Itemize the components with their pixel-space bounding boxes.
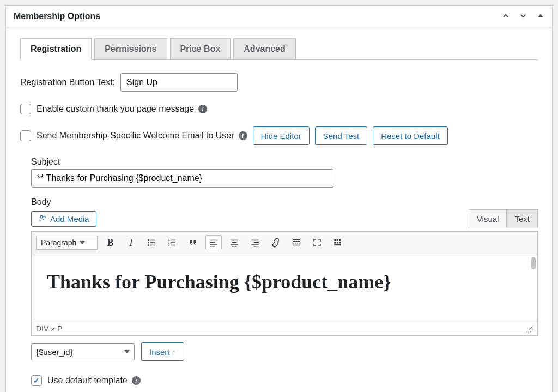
svg-rect-21 (252, 240, 259, 241)
svg-rect-14 (210, 242, 215, 243)
svg-rect-30 (339, 239, 341, 241)
editor-header-row: Add Media Visual Text (31, 209, 538, 228)
editor-path-bar: DIV » P (31, 322, 538, 336)
hide-editor-button[interactable]: Hide Editor (253, 126, 310, 145)
editor-tab-visual[interactable]: Visual (469, 209, 507, 228)
subject-label: Subject (31, 157, 538, 167)
bold-button[interactable]: B (102, 235, 118, 250)
send-test-button[interactable]: Send Test (315, 126, 367, 145)
media-icon (38, 214, 47, 223)
svg-rect-13 (210, 240, 218, 241)
editor-heading-text: Thanks for Purchasing {$product_name} (47, 270, 522, 293)
editor-path-text[interactable]: DIV » P (36, 324, 62, 333)
svg-rect-12 (171, 245, 175, 246)
align-left-button[interactable] (205, 235, 222, 250)
svg-rect-29 (337, 239, 338, 241)
svg-rect-22 (254, 242, 259, 243)
editor-content[interactable]: Thanks for Purchasing {$product_name} (31, 254, 538, 322)
collapse-icon[interactable] (537, 12, 544, 21)
svg-rect-4 (150, 240, 155, 241)
svg-rect-32 (337, 242, 338, 244)
insert-variable-row: {$user_id} Insert ↑ (31, 342, 538, 361)
align-center-button[interactable] (226, 235, 242, 250)
info-icon[interactable]: i (198, 105, 207, 113)
svg-rect-5 (150, 242, 155, 243)
caret-down-icon (80, 241, 85, 244)
toolbar-toggle-button[interactable] (330, 235, 346, 250)
info-icon[interactable]: i (239, 131, 247, 140)
svg-rect-28 (335, 239, 336, 241)
body-label: Body (31, 197, 538, 207)
svg-rect-16 (210, 246, 215, 247)
svg-point-2 (148, 242, 150, 244)
svg-rect-19 (231, 244, 239, 245)
welcome-email-row: Send Membership-Specific Welcome Email t… (20, 126, 538, 145)
custom-thank-you-checkbox[interactable] (20, 104, 31, 114)
svg-rect-25 (293, 239, 301, 240)
svg-rect-31 (335, 242, 336, 244)
membership-options-panel: Membership Options Registration Permissi… (5, 5, 553, 392)
bullet-list-button[interactable] (143, 235, 160, 250)
welcome-email-label: Send Membership-Specific Welcome Email t… (37, 131, 247, 141)
custom-thank-you-label: Enable custom thank you page message i (37, 104, 207, 114)
add-media-button[interactable]: Add Media (31, 211, 96, 227)
subject-input[interactable] (31, 169, 333, 188)
welcome-email-checkbox[interactable] (20, 130, 31, 141)
tab-price-box[interactable]: Price Box (170, 38, 231, 60)
svg-point-0 (40, 216, 43, 218)
info-icon[interactable]: i (132, 376, 141, 385)
editor-scrollbar[interactable] (531, 257, 536, 318)
link-button[interactable] (268, 235, 284, 250)
subject-block: Subject (31, 157, 538, 188)
svg-text:3: 3 (168, 243, 170, 246)
use-default-template-label: Use default template i (47, 376, 141, 385)
insert-button[interactable]: Insert ↑ (141, 342, 184, 361)
chevron-down-icon[interactable] (519, 12, 527, 21)
svg-point-3 (148, 244, 150, 246)
panel-header: Membership Options (6, 6, 552, 27)
format-select[interactable]: Paragraph (36, 236, 98, 250)
svg-rect-18 (232, 242, 237, 243)
editor-mode-tabs: Visual Text (469, 209, 538, 228)
editor-tab-text[interactable]: Text (506, 209, 538, 228)
read-more-button[interactable] (288, 235, 305, 250)
reset-to-default-button[interactable]: Reset to Default (373, 126, 448, 145)
tab-permissions[interactable]: Permissions (94, 38, 167, 60)
align-right-button[interactable] (247, 235, 263, 250)
use-default-template-checkbox[interactable] (31, 375, 42, 386)
chevron-up-icon[interactable] (502, 12, 510, 21)
custom-thank-you-row: Enable custom thank you page message i (20, 104, 538, 114)
svg-rect-15 (210, 244, 218, 245)
svg-rect-20 (232, 246, 237, 247)
svg-rect-11 (171, 242, 175, 243)
registration-button-text-label: Registration Button Text: (20, 77, 115, 87)
svg-rect-26 (293, 241, 301, 242)
svg-rect-33 (339, 242, 341, 244)
italic-button[interactable]: I (123, 235, 139, 250)
tab-registration[interactable]: Registration (20, 38, 92, 60)
svg-rect-6 (150, 245, 155, 246)
svg-rect-24 (254, 246, 259, 247)
panel-title: Membership Options (14, 11, 100, 21)
svg-rect-27 (293, 245, 301, 246)
fullscreen-button[interactable] (309, 235, 325, 250)
svg-point-1 (148, 239, 150, 241)
resize-handle[interactable] (524, 325, 533, 333)
registration-button-text-row: Registration Button Text: (20, 73, 538, 92)
svg-rect-23 (252, 244, 259, 245)
blockquote-button[interactable] (185, 235, 201, 250)
numbered-list-button[interactable]: 123 (164, 235, 180, 250)
caret-down-icon (124, 350, 130, 353)
svg-rect-17 (231, 240, 239, 241)
svg-rect-34 (335, 244, 341, 245)
panel-controls (502, 12, 544, 21)
variable-select[interactable]: {$user_id} (31, 343, 135, 360)
panel-body: Registration Permissions Price Box Advan… (6, 27, 552, 392)
tab-advanced[interactable]: Advanced (233, 38, 295, 60)
svg-rect-10 (171, 240, 175, 241)
registration-button-text-input[interactable] (120, 73, 238, 92)
editor: Paragraph B I 123 T (31, 231, 538, 336)
body-block: Body Add Media Visual Text Paragraph (31, 197, 538, 386)
use-default-template-row: Use default template i (31, 375, 538, 386)
editor-toolbar: Paragraph B I 123 (31, 231, 538, 254)
